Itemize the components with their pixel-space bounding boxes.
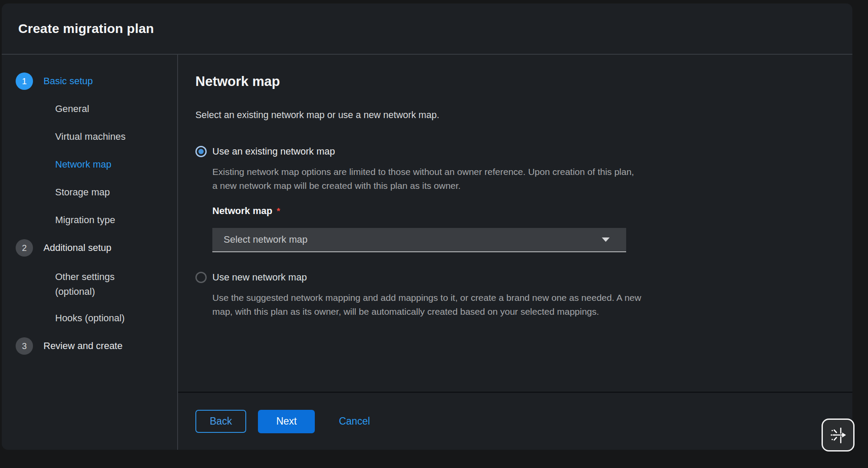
step-label: Review and create [43, 340, 122, 352]
network-map-field-label-row: Network map* [212, 205, 826, 218]
substep-label: Network map [55, 159, 112, 170]
wizard-step-content: Network map Select an existing network m… [178, 55, 852, 392]
wizard-footer: Back Next Cancel [178, 392, 852, 450]
nav-substep-other-settings-optional[interactable]: Other settings (optional) [2, 262, 177, 304]
new-option-description: Use the suggested network mapping and ad… [212, 291, 642, 318]
network-map-select[interactable]: Select network map [212, 228, 626, 252]
nav-substep-hooks-optional[interactable]: Hooks (optional) [2, 304, 177, 332]
substep-label: Migration type [55, 214, 115, 226]
nav-substep-network-map[interactable]: Network map [2, 151, 177, 178]
nav-substep-migration-type[interactable]: Migration type [2, 206, 177, 234]
modal-title: Create migration plan [18, 21, 154, 36]
modal-header: Create migration plan [2, 3, 852, 55]
substep-label: Other settings (optional) [55, 270, 127, 299]
step-label: Basic setup [43, 76, 93, 87]
step-number-badge: 3 [16, 337, 33, 355]
page-title: Network map [195, 73, 826, 90]
substep-label: Hooks (optional) [55, 313, 125, 324]
existing-option-description: Existing network map options are limited… [212, 165, 638, 192]
radio-option-new-network-map[interactable]: Use new network map [195, 272, 826, 283]
radio-unselected-icon[interactable] [195, 272, 207, 283]
substep-label: Storage map [55, 187, 110, 198]
radio-option-existing-network-map[interactable]: Use an existing network map [195, 146, 826, 157]
radio-selected-icon[interactable] [195, 146, 207, 157]
step-label: Additional setup [43, 242, 112, 254]
cancel-button[interactable]: Cancel [339, 415, 370, 427]
nav-substep-virtual-machines[interactable]: Virtual machines [2, 123, 177, 151]
wizard-step-nav: 1Basic setupGeneralVirtual machinesNetwo… [2, 55, 178, 450]
create-migration-plan-modal: Create migration plan 1Basic setupGenera… [2, 3, 852, 450]
nav-step-review-and-create[interactable]: 3Review and create [2, 332, 177, 360]
nav-step-basic-setup[interactable]: 1Basic setup [2, 67, 177, 95]
nav-substep-general[interactable]: General [2, 95, 177, 123]
back-button[interactable]: Back [195, 410, 246, 433]
nav-step-additional-setup[interactable]: 2Additional setup [2, 234, 177, 262]
nav-substep-storage-map[interactable]: Storage map [2, 178, 177, 206]
radio-label-existing[interactable]: Use an existing network map [212, 146, 335, 157]
radio-label-new[interactable]: Use new network map [212, 272, 307, 283]
step-number-badge: 2 [16, 239, 33, 257]
substep-label: Virtual machines [55, 131, 125, 142]
step-number-badge: 1 [16, 73, 33, 90]
substep-label: General [55, 103, 89, 115]
chevron-down-icon [602, 237, 610, 242]
section-intro: Select an existing network map or use a … [195, 108, 826, 122]
required-asterisk: * [277, 206, 280, 216]
click-action-icon [828, 425, 848, 445]
network-map-select-value: Select network map [224, 234, 307, 245]
network-map-field-label: Network map [212, 205, 272, 216]
next-button[interactable]: Next [258, 410, 315, 433]
click-indicator-badge [822, 419, 855, 452]
